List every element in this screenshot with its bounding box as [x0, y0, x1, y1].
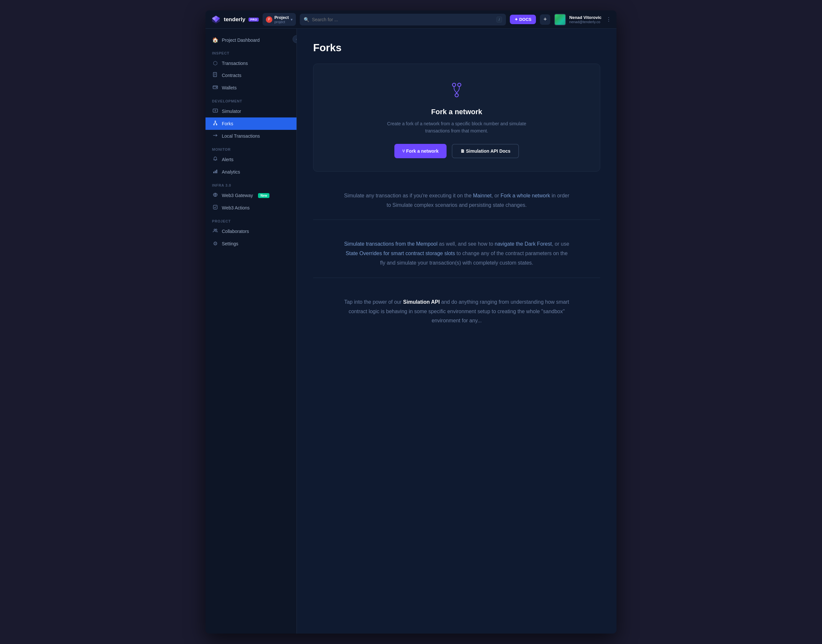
sidebar-item-contracts[interactable]: Contracts: [205, 69, 297, 81]
sidebar-item-label: Local Transactions: [222, 133, 260, 139]
web3-gateway-icon: [212, 192, 219, 199]
state-overrides-link[interactable]: State Overrides for smart contract stora…: [346, 251, 455, 256]
sidebar-item-collaborators[interactable]: Collaborators: [205, 225, 297, 238]
fork-network-button[interactable]: ⑂ Fork a network: [394, 144, 446, 158]
svg-rect-16: [215, 171, 216, 173]
sidebar-item-project-dashboard[interactable]: 🏠 Project Dashboard: [205, 34, 297, 46]
sidebar-item-simulator[interactable]: Simulator: [205, 105, 297, 117]
sidebar-item-label: Alerts: [222, 157, 234, 162]
logo-area: tenderly PRO: [211, 14, 259, 25]
fork-card-title: Fork a network: [326, 108, 587, 116]
dark-forest-link[interactable]: navigate the Dark Forest: [495, 241, 552, 247]
sidebar-item-web3-gateway[interactable]: Web3 Gateway New: [205, 189, 297, 202]
local-transactions-icon: [212, 133, 219, 139]
sidebar-item-web3-actions[interactable]: Web3 Actions: [205, 202, 297, 214]
svg-rect-15: [213, 172, 214, 173]
contracts-icon: [212, 72, 219, 79]
sidebar-item-label: Settings: [222, 241, 239, 246]
pro-badge: PRO: [248, 18, 259, 21]
docs-button[interactable]: ✦ DOCS: [510, 15, 536, 24]
tenderly-logo-icon: [211, 14, 221, 25]
transactions-icon: ⬡: [212, 60, 219, 66]
fork-link[interactable]: Fork a whole network: [501, 193, 550, 198]
mempool-link[interactable]: Simulate transactions from the Mempool: [344, 241, 438, 247]
sidebar-item-wallets[interactable]: Wallets: [205, 81, 297, 94]
slash-shortcut: /: [496, 17, 502, 23]
add-button[interactable]: +: [540, 14, 550, 25]
section-label-infra: INFRA 3.0: [205, 178, 297, 189]
svg-point-12: [215, 121, 216, 122]
user-area[interactable]: Nenad Vitorovic nenad@tenderly.co ⋮: [554, 14, 611, 25]
section-label-inspect: INSPECT: [205, 46, 297, 57]
svg-point-20: [216, 229, 217, 230]
web3-actions-icon: [212, 205, 219, 211]
mainnet-link[interactable]: Mainnet: [473, 193, 491, 198]
sidebar-item-label: Transactions: [222, 61, 248, 66]
sidebar-item-label: Collaborators: [222, 229, 249, 234]
info-section-2: Simulate transactions from the Mempool a…: [313, 230, 600, 278]
alerts-icon: [212, 156, 219, 163]
analytics-icon: [212, 169, 219, 175]
section-label-monitor: MONITOR: [205, 142, 297, 153]
chevron-down-icon: ▾: [291, 17, 292, 22]
sidebar-item-label: Web3 Actions: [222, 205, 250, 210]
project-icon: P: [266, 16, 272, 23]
info-text-2: Simulate transactions from the Mempool a…: [343, 239, 571, 268]
simulator-icon: [212, 108, 219, 115]
fork-card-description: Create a fork of a network from a specif…: [378, 120, 535, 135]
info-text-1: Simulate any transaction as if you're ex…: [343, 191, 571, 210]
sidebar-item-label: Forks: [222, 121, 233, 126]
project-name: Project: [274, 15, 289, 20]
sidebar-item-forks[interactable]: Forks: [205, 117, 297, 130]
svg-point-23: [455, 94, 458, 97]
search-bar[interactable]: 🔍 /: [300, 14, 506, 25]
project-type: project: [274, 20, 289, 24]
svg-point-14: [216, 124, 217, 125]
fork-card: Fork a network Create a fork of a networ…: [313, 64, 600, 172]
logo-text: tenderly: [224, 16, 245, 23]
content-area: Forks Fork a network Create a fork of a …: [297, 29, 617, 633]
info-text-3: Tap into the power of our Simulation API…: [343, 297, 571, 326]
new-badge: New: [258, 193, 269, 198]
sidebar-item-label: Analytics: [222, 169, 240, 175]
user-info: Nenad Vitorovic nenad@tenderly.co: [569, 15, 602, 24]
info-section-1: Simulate any transaction as if you're ex…: [313, 181, 600, 220]
user-name: Nenad Vitorovic: [569, 15, 602, 20]
sidebar-item-label: Contracts: [222, 73, 241, 78]
project-selector[interactable]: P Project project ▾: [263, 13, 296, 26]
section-label-development: DEVELOPMENT: [205, 94, 297, 105]
wallets-icon: [212, 84, 219, 91]
user-email: nenad@tenderly.co: [569, 20, 602, 24]
sidebar-item-label: Wallets: [222, 85, 236, 90]
section-label-project: PROJECT: [205, 214, 297, 225]
sidebar-item-label: Simulator: [222, 109, 241, 114]
fork-buttons: ⑂ Fork a network 🗎 Simulation API Docs: [326, 144, 587, 158]
sidebar-item-label: Web3 Gateway: [222, 193, 253, 198]
sidebar-item-local-transactions[interactable]: Local Transactions: [205, 130, 297, 142]
browser-window: tenderly PRO P Project project ▾ 🔍 / ✦ D…: [205, 11, 617, 633]
sidebar-item-alerts[interactable]: Alerts: [205, 153, 297, 166]
fork-icon-area: [326, 80, 587, 101]
sidebar-item-transactions[interactable]: ⬡ Transactions: [205, 57, 297, 69]
info-section-3: Tap into the power of our Simulation API…: [313, 288, 600, 335]
svg-rect-17: [216, 170, 217, 173]
fork-network-icon: [447, 80, 467, 100]
sidebar-item-analytics[interactable]: Analytics: [205, 166, 297, 178]
sidebar-item-label: Project Dashboard: [222, 38, 260, 43]
forks-icon: [212, 120, 219, 127]
collaborators-icon: [212, 228, 219, 235]
topbar: tenderly PRO P Project project ▾ 🔍 / ✦ D…: [205, 11, 617, 29]
sidebar-item-settings[interactable]: ⚙ Settings: [205, 238, 297, 250]
svg-point-19: [214, 229, 215, 230]
svg-point-22: [458, 83, 461, 86]
simulation-api-link[interactable]: Simulation API: [403, 299, 440, 305]
more-options-icon: ⋮: [606, 16, 611, 23]
svg-point-21: [452, 83, 456, 86]
project-info: Project project: [274, 15, 289, 24]
settings-icon: ⚙: [212, 241, 219, 247]
search-icon: 🔍: [304, 17, 309, 22]
avatar: [554, 14, 566, 25]
search-input[interactable]: [312, 17, 494, 22]
simulation-api-docs-button[interactable]: 🗎 Simulation API Docs: [452, 144, 519, 158]
svg-point-13: [214, 124, 214, 125]
